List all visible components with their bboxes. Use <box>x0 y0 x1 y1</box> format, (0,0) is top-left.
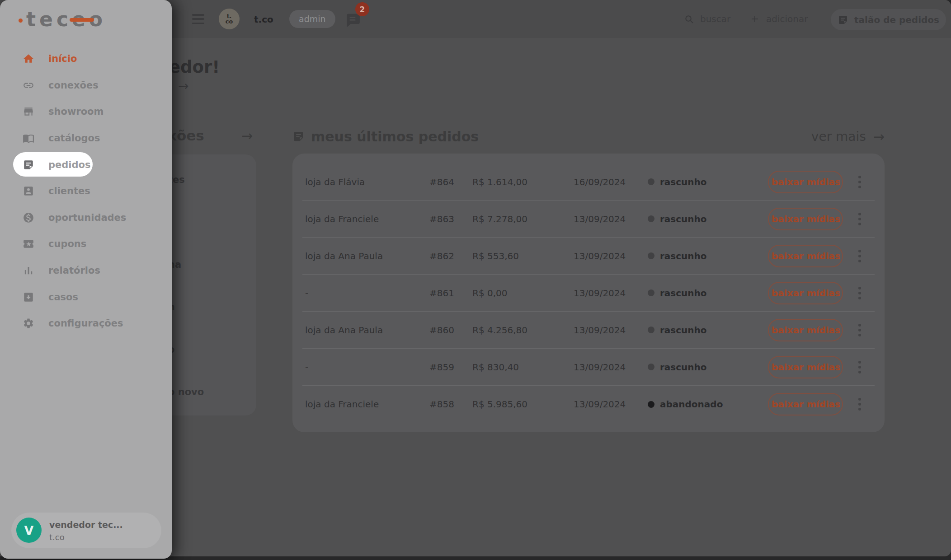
sidebar-item-oportunidades[interactable]: oportunidades <box>0 205 172 231</box>
person-badge-icon <box>23 185 34 197</box>
logo-strike <box>70 18 94 22</box>
see-more-link[interactable]: ver mais → <box>811 129 885 145</box>
see-more-label: ver mais <box>811 129 866 144</box>
order-store: - <box>305 288 425 299</box>
download-media-button[interactable]: baixar mídias <box>768 319 843 341</box>
connections-arrow-icon[interactable]: → <box>241 128 253 144</box>
order-value: R$ 553,60 <box>472 251 574 261</box>
order-store: loja da Ana Paula <box>305 251 425 261</box>
sidebar-item-showroom[interactable]: showroom <box>0 98 172 125</box>
download-media-button[interactable]: baixar mídias <box>768 393 843 415</box>
order-status-cell: abandonado <box>645 399 756 410</box>
kebab-menu-icon[interactable] <box>857 211 863 227</box>
order-row: loja da Franciele #858 R$ 5.985,60 13/09… <box>302 386 875 423</box>
link-icon <box>23 79 34 91</box>
order-row: loja da Franciele #863 R$ 7.278,00 13/09… <box>302 201 875 238</box>
menu-icon[interactable] <box>192 14 204 24</box>
order-number: #860 <box>425 325 472 336</box>
sidebar-item-cupons[interactable]: cupons <box>0 231 172 257</box>
user-profile-card[interactable]: V vendedor tec... t.co <box>11 513 161 548</box>
order-value: R$ 7.278,00 <box>472 214 574 224</box>
order-date: 13/09/2024 <box>574 288 645 299</box>
download-media-button[interactable]: baixar mídias <box>768 245 843 267</box>
kebab-menu-icon[interactable] <box>857 248 863 264</box>
user-avatar: V <box>16 518 42 543</box>
order-date: 13/09/2024 <box>574 399 645 410</box>
sidebar-item-conexoes[interactable]: conexões <box>0 72 172 99</box>
greeting-text-fragment: edor! <box>169 57 220 77</box>
sidebar-item-label: casos <box>48 292 78 303</box>
download-media-button[interactable]: baixar mídias <box>768 356 843 378</box>
status-dot-icon <box>648 327 654 333</box>
gear-icon <box>23 317 34 329</box>
sidebar-item-label: início <box>48 53 77 64</box>
status-dot-icon <box>648 215 654 222</box>
kebab-menu-icon[interactable] <box>857 396 863 412</box>
sidebar-item-label: relatórios <box>48 265 100 276</box>
order-store: loja da Franciele <box>305 214 425 224</box>
order-status-label: rascunho <box>660 177 707 187</box>
workspace-name: t.co <box>254 14 273 25</box>
sidebar-item-label: configurações <box>48 318 123 329</box>
ticket-star-icon <box>23 238 34 250</box>
connections-heading-fragment: xões <box>168 127 204 144</box>
role-badge: admin <box>289 10 335 28</box>
kebab-menu-icon[interactable] <box>857 322 863 338</box>
user-name: vendedor tec... <box>49 519 123 531</box>
storefront-icon <box>23 106 34 117</box>
status-dot-icon <box>648 178 654 185</box>
order-status-label: abandonado <box>660 399 723 410</box>
orders-table: loja da Flávia #864 R$ 1.614,00 16/09/20… <box>292 154 885 432</box>
order-status-cell: rascunho <box>645 214 756 224</box>
sidebar-item-catalogos[interactable]: catálogos <box>0 125 172 152</box>
order-status-label: rascunho <box>660 251 707 261</box>
sidebar-item-label: conexões <box>48 80 99 91</box>
note-icon <box>292 131 305 143</box>
order-status-cell: rascunho <box>645 177 756 187</box>
download-media-button[interactable]: baixar mídias <box>768 282 843 304</box>
order-status-cell: rascunho <box>645 288 756 299</box>
order-status-cell: rascunho <box>645 251 756 261</box>
status-dot-icon <box>648 401 654 408</box>
kebab-menu-icon[interactable] <box>857 285 863 301</box>
sidebar-item-inicio[interactable]: início <box>0 46 172 72</box>
order-pad-label: talão de pedidos <box>854 14 939 25</box>
order-pad-button[interactable]: talão de pedidos <box>831 9 946 30</box>
kebab-menu-icon[interactable] <box>857 359 863 375</box>
download-media-button[interactable]: baixar mídias <box>768 171 843 193</box>
order-store: loja da Franciele <box>305 399 425 410</box>
sidebar-item-label: cupons <box>48 238 86 249</box>
order-status-label: rascunho <box>660 214 707 224</box>
sidebar-item-casos[interactable]: casos <box>0 284 172 310</box>
workspace-avatar[interactable]: t. co <box>219 9 240 29</box>
order-value: R$ 4.256,80 <box>472 325 574 336</box>
plus-icon <box>749 14 760 24</box>
order-date: 13/09/2024 <box>574 325 645 336</box>
order-status-cell: rascunho <box>645 325 756 336</box>
order-date: 16/09/2024 <box>574 177 645 187</box>
bar-chart-icon <box>23 265 34 276</box>
order-number: #862 <box>425 251 472 261</box>
search-button[interactable]: buscar <box>684 14 730 24</box>
order-store: - <box>305 362 425 373</box>
status-dot-icon <box>648 364 654 370</box>
greeting-arrow-icon[interactable]: → <box>178 79 188 93</box>
kebab-menu-icon[interactable] <box>857 174 863 190</box>
chat-badge: 2 <box>355 2 369 16</box>
sidebar-item-configuracoes[interactable]: configurações <box>0 310 172 337</box>
add-button[interactable]: adicionar <box>749 14 808 24</box>
arrow-right-icon: → <box>873 129 885 145</box>
order-value: R$ 5.985,60 <box>472 399 574 410</box>
sidebar-item-clientes[interactable]: clientes <box>0 178 172 205</box>
order-number: #863 <box>425 214 472 224</box>
download-media-button[interactable]: baixar mídias <box>768 208 843 230</box>
search-label: buscar <box>700 14 730 24</box>
sidebar-item-relatorios[interactable]: relatórios <box>0 257 172 284</box>
status-dot-icon <box>648 252 654 259</box>
orders-title: meus últimos pedidos <box>311 129 479 145</box>
order-number: #861 <box>425 288 472 299</box>
order-date: 13/09/2024 <box>574 214 645 224</box>
sidebar-item-pedidos[interactable]: pedidos <box>0 151 172 178</box>
sidebar-nav: início conexões showroom catálogos pedid… <box>0 46 172 337</box>
user-texts: vendedor tec... t.co <box>49 519 123 543</box>
